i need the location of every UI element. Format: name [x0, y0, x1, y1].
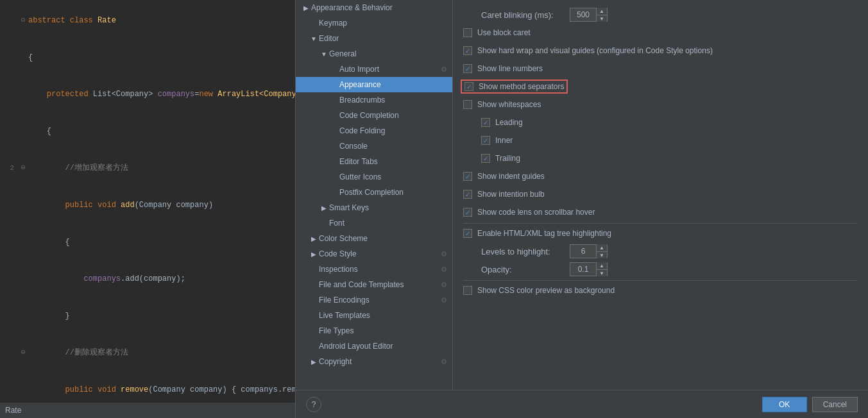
checkbox-show-hard-wrap[interactable]: ✓ — [463, 46, 472, 55]
tree-item-inspections[interactable]: Inspections⚙ — [296, 262, 452, 277]
checkbox-show-indent-guides[interactable]: ✓ — [463, 172, 472, 181]
tree-toggle-editor: ▼ — [309, 33, 319, 44]
cancel-button[interactable]: Cancel — [812, 397, 858, 412]
spinbox-value-opacity: 0.1 — [570, 265, 596, 274]
spinbox-down-levels-to-highlight[interactable]: ▼ — [597, 251, 607, 258]
tree-item-file-types[interactable]: File Types — [296, 323, 452, 339]
spinbox-up-opacity[interactable]: ▲ — [597, 262, 607, 269]
checkbox-show-css-color-preview[interactable] — [463, 286, 472, 295]
checkbox-label-show-code-lens: Show code lens on scrollbar hover — [477, 208, 595, 217]
tree-label-inspections: Inspections — [319, 265, 358, 274]
tree-label-font: Font — [329, 219, 345, 228]
tree-item-keymap[interactable]: Keymap — [296, 15, 452, 31]
tree-item-editor[interactable]: ▼Editor — [296, 31, 452, 46]
class-name: Rate — [5, 406, 21, 415]
gear-icon: ⚙ — [441, 265, 447, 274]
gear-icon: ⚙ — [441, 250, 447, 258]
setting-row-show-method-separators: ✓Show method separators — [463, 79, 858, 94]
tree-item-code-completion[interactable]: Code Completion — [296, 108, 452, 123]
spinbox-up-levels-to-highlight[interactable]: ▲ — [597, 244, 607, 251]
tree-toggle-empty — [329, 126, 339, 136]
tree-label-gutter-icons: Gutter Icons — [339, 172, 381, 181]
checkbox-label-show-method-separators: Show method separators — [479, 82, 564, 91]
tree-toggle-code-style: ▶ — [309, 249, 319, 259]
tree-item-android-layout-editor[interactable]: Android Layout Editor — [296, 339, 452, 354]
code-line: companys.add(company); — [0, 273, 295, 285]
tree-item-console[interactable]: Console — [296, 138, 452, 154]
spinbox-btns-levels-to-highlight: ▲▼ — [596, 244, 607, 258]
tree-item-copyright[interactable]: ▶Copyright⚙ — [296, 354, 452, 369]
spinbox-up-caret-blinking[interactable]: ▲ — [597, 8, 607, 15]
tree-item-file-and-code-templates[interactable]: File and Code Templates⚙ — [296, 277, 452, 292]
tree-item-font[interactable]: Font — [296, 215, 452, 231]
checkbox-use-block-caret[interactable] — [463, 28, 472, 37]
tree-item-file-encodings[interactable]: File Encodings⚙ — [296, 292, 452, 308]
checkbox-leading[interactable]: ✓ — [481, 118, 490, 127]
tree-toggle-color-scheme: ▶ — [309, 233, 319, 244]
tree-item-postfix-completion[interactable]: Postfix Completion — [296, 185, 452, 200]
tree-item-code-folding[interactable]: Code Folding — [296, 123, 452, 138]
tree-toggle-empty — [309, 280, 319, 290]
highlighted-setting: ✓Show method separators — [461, 79, 568, 94]
tree-toggle-general: ▼ — [319, 49, 329, 59]
tree-item-code-style[interactable]: ▶Code Style⚙ — [296, 246, 452, 262]
checkbox-trailing[interactable]: ✓ — [481, 154, 490, 163]
tree-toggle-empty — [329, 187, 339, 197]
spinbox-levels-to-highlight[interactable]: 6▲▼ — [570, 244, 608, 258]
checkbox-show-line-numbers[interactable]: ✓ — [463, 64, 472, 73]
tree-toggle-empty — [329, 172, 339, 182]
tree-toggle-empty — [329, 95, 339, 105]
tree-label-file-types: File Types — [319, 326, 353, 335]
checkbox-label-show-hard-wrap: Show hard wrap and visual guides (config… — [477, 46, 713, 55]
code-line: { — [0, 126, 295, 138]
tree-toggle-empty — [309, 310, 319, 321]
setting-row-enable-html-xml: ✓Enable HTML/XML tag tree highlighting — [463, 226, 858, 240]
spinbox-down-opacity[interactable]: ▼ — [597, 269, 607, 276]
tree-item-auto-import[interactable]: Auto Import⚙ — [296, 62, 452, 77]
tree-item-breadcrumbs[interactable]: Breadcrumbs — [296, 92, 452, 108]
spinbox-value-levels-to-highlight: 6 — [570, 247, 596, 256]
tree-label-appearance: Appearance — [339, 80, 381, 89]
code-panel: ⊝ abstract class Rate { protected List<C… — [0, 0, 295, 418]
spinbox-btns-caret-blinking: ▲▼ — [596, 8, 607, 22]
tree-item-live-templates[interactable]: Live Templates — [296, 308, 452, 323]
spinbox-caret-blinking[interactable]: 500▲▼ — [570, 8, 608, 22]
tree-item-general[interactable]: ▼General — [296, 46, 452, 62]
tree-item-color-scheme[interactable]: ▶Color Scheme — [296, 231, 452, 246]
help-button[interactable]: ? — [306, 397, 321, 412]
tree-item-smart-keys[interactable]: ▶Smart Keys — [296, 200, 452, 215]
gear-icon: ⚙ — [441, 296, 447, 305]
tree-label-general: General — [329, 49, 357, 58]
tree-label-postfix-completion: Postfix Completion — [339, 188, 404, 197]
checkbox-show-whitespaces[interactable] — [463, 100, 472, 109]
settings-dialog: ▶Appearance & BehaviorKeymap▼Editor▼Gene… — [295, 0, 868, 418]
tree-item-appearance[interactable]: Appearance — [296, 77, 452, 92]
tree-label-auto-import: Auto Import — [339, 65, 379, 74]
checkbox-show-method-separators[interactable]: ✓ — [464, 82, 473, 91]
checkbox-show-code-lens[interactable]: ✓ — [463, 208, 472, 217]
spinbox-opacity[interactable]: 0.1▲▼ — [570, 262, 608, 276]
tree-label-appearance-behavior: Appearance & Behavior — [311, 3, 393, 12]
setting-row-show-hard-wrap: ✓Show hard wrap and visual guides (confi… — [463, 44, 858, 58]
tree-toggle-empty — [309, 341, 319, 351]
tree-item-editor-tabs[interactable]: Editor Tabs — [296, 154, 452, 169]
tree-label-code-completion: Code Completion — [339, 111, 399, 120]
checkbox-enable-html-xml[interactable]: ✓ — [463, 229, 472, 238]
checkbox-label-show-indent-guides: Show indent guides — [477, 172, 545, 181]
tree-item-appearance-behavior[interactable]: ▶Appearance & Behavior — [296, 0, 452, 15]
checkbox-inner[interactable]: ✓ — [481, 136, 490, 145]
ok-button[interactable]: OK — [762, 397, 807, 412]
tree-label-file-and-code-templates: File and Code Templates — [319, 280, 404, 289]
checkbox-show-intention-bulb[interactable]: ✓ — [463, 190, 472, 199]
tree-label-editor-tabs: Editor Tabs — [339, 157, 378, 166]
code-line: protected List<Company> companys=new Arr… — [0, 88, 295, 101]
tree-toggle-appearance-behavior: ▶ — [301, 3, 311, 13]
spinbox-down-caret-blinking[interactable]: ▼ — [597, 15, 607, 22]
spinbox-value-caret-blinking: 500 — [570, 10, 596, 19]
tree-toggle-empty — [329, 156, 339, 167]
tree-toggle-empty — [309, 295, 319, 305]
tree-item-gutter-icons[interactable]: Gutter Icons — [296, 169, 452, 185]
tree-toggle-empty — [329, 64, 339, 74]
tree-toggle-smart-keys: ▶ — [319, 203, 329, 213]
tree-toggle-empty — [309, 18, 319, 28]
